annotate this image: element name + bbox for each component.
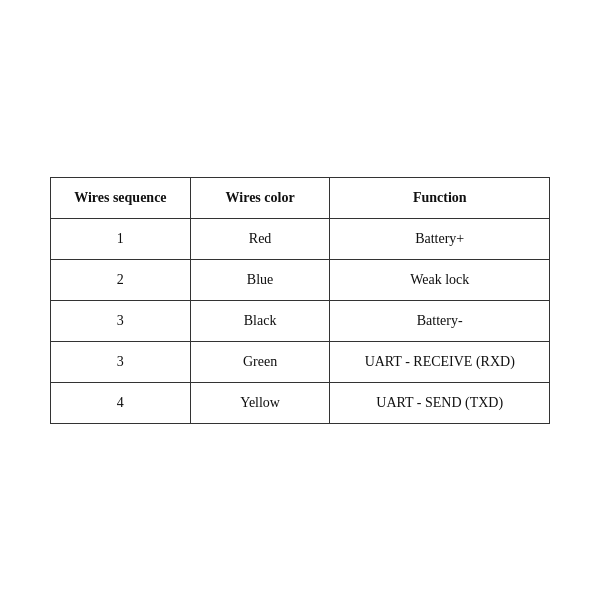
header-function: Function — [330, 177, 550, 218]
table-container: Wires sequence Wires color Function 1Red… — [50, 177, 550, 424]
table-row: 4YellowUART - SEND (TXD) — [51, 382, 550, 423]
cell-color: Black — [190, 300, 330, 341]
cell-function: UART - RECEIVE (RXD) — [330, 341, 550, 382]
cell-function: Battery- — [330, 300, 550, 341]
cell-sequence: 3 — [51, 341, 191, 382]
header-color: Wires color — [190, 177, 330, 218]
table-header-row: Wires sequence Wires color Function — [51, 177, 550, 218]
header-sequence: Wires sequence — [51, 177, 191, 218]
cell-sequence: 2 — [51, 259, 191, 300]
wires-table: Wires sequence Wires color Function 1Red… — [50, 177, 550, 424]
table-row: 1RedBattery+ — [51, 218, 550, 259]
cell-color: Green — [190, 341, 330, 382]
table-row: 2BlueWeak lock — [51, 259, 550, 300]
cell-color: Red — [190, 218, 330, 259]
cell-color: Yellow — [190, 382, 330, 423]
cell-sequence: 4 — [51, 382, 191, 423]
cell-color: Blue — [190, 259, 330, 300]
cell-sequence: 3 — [51, 300, 191, 341]
cell-function: Battery+ — [330, 218, 550, 259]
table-row: 3BlackBattery- — [51, 300, 550, 341]
cell-function: Weak lock — [330, 259, 550, 300]
table-row: 3GreenUART - RECEIVE (RXD) — [51, 341, 550, 382]
cell-sequence: 1 — [51, 218, 191, 259]
cell-function: UART - SEND (TXD) — [330, 382, 550, 423]
